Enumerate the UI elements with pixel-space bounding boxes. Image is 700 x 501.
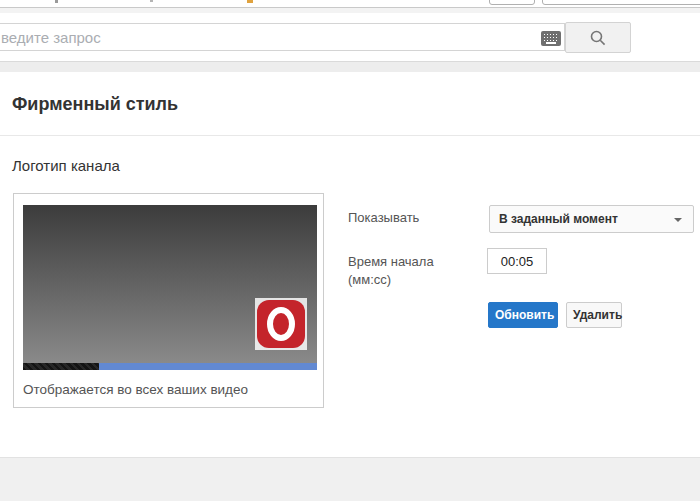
delete-button[interactable]: Удалить: [566, 302, 622, 328]
preview-caption: Отображается во всех ваших видео: [23, 382, 248, 397]
masthead-band: [0, 61, 700, 72]
text-fragment: [150, 0, 153, 2]
search-icon: [589, 29, 607, 47]
video-preview-card: Отображается во всех ваших видео: [13, 193, 324, 408]
show-label: Показывать: [348, 209, 419, 227]
title-divider: [0, 135, 700, 136]
progress-buffered-segment: [23, 363, 99, 370]
chrome-band: [0, 8, 700, 13]
video-progress-bar: [23, 363, 317, 370]
channel-logo-ring: [267, 307, 295, 341]
chevron-down-icon: [674, 218, 682, 222]
text-fragment: [55, 0, 58, 3]
progress-played-segment: [99, 363, 317, 370]
start-time-label-line2: (мм:сс): [348, 271, 434, 289]
browser-box-fragment-right: [542, 0, 700, 5]
page-title: Фирменный стиль: [12, 94, 178, 115]
channel-logo: [255, 298, 307, 350]
show-time-dropdown-value: В заданный момент: [499, 206, 618, 232]
show-time-dropdown[interactable]: В заданный момент: [489, 205, 694, 233]
start-time-label-line1: Время начала: [348, 253, 434, 271]
update-button[interactable]: Обновить: [488, 302, 558, 328]
keyboard-icon-keys: [543, 33, 559, 41]
search-input[interactable]: [0, 23, 565, 51]
favicon-fragment: [247, 0, 253, 3]
channel-logo-mark: [257, 300, 305, 348]
keyboard-icon-spacebar: [546, 42, 556, 44]
screen: Фирменный стиль Логотип канала Отображае…: [0, 0, 700, 501]
search-button[interactable]: [565, 22, 631, 53]
browser-box-fragment-left: [489, 0, 535, 5]
section-label: Логотип канала: [12, 157, 120, 174]
start-time-input[interactable]: [487, 248, 547, 274]
footer-area: [0, 457, 700, 501]
keyboard-icon[interactable]: [541, 31, 561, 46]
video-player-preview: [23, 205, 317, 370]
start-time-label: Время начала (мм:сс): [348, 253, 434, 289]
